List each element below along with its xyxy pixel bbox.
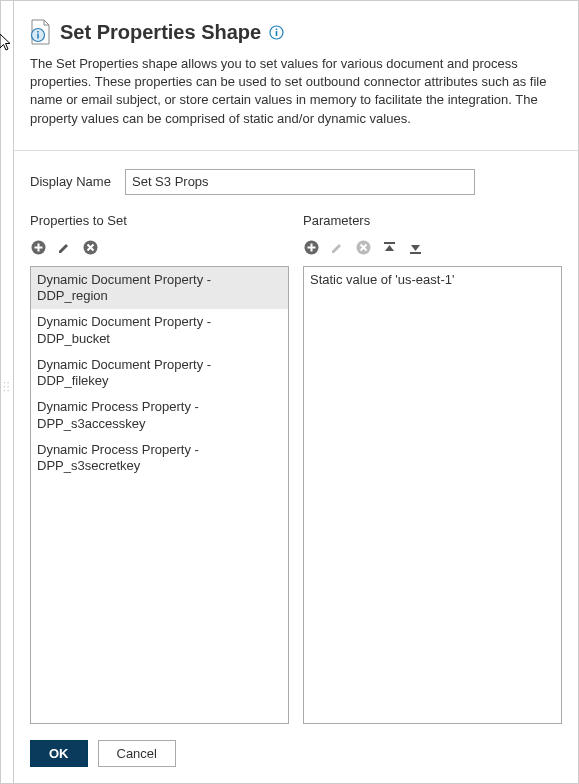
svg-rect-14	[384, 242, 395, 244]
delete-icon	[355, 240, 371, 256]
list-item[interactable]: Dynamic Process Property - DPP_s3accessk…	[31, 394, 288, 437]
add-icon[interactable]	[30, 240, 46, 256]
add-icon[interactable]	[303, 240, 319, 256]
cursor-icon	[0, 33, 13, 56]
svg-rect-12	[307, 247, 315, 249]
svg-rect-2	[37, 34, 39, 39]
properties-toolbar	[30, 238, 289, 258]
svg-rect-1	[37, 31, 39, 33]
dialog-description: The Set Properties shape allows you to s…	[30, 55, 562, 128]
list-item[interactable]: Dynamic Document Property - DDP_filekey	[31, 352, 288, 395]
set-properties-dialog: ······ Set Properties Shape Th	[0, 0, 579, 784]
svg-rect-5	[276, 31, 278, 36]
svg-rect-4	[276, 28, 278, 30]
delete-icon[interactable]	[82, 240, 98, 256]
parameters-heading: Parameters	[303, 213, 562, 228]
list-item[interactable]: Static value of 'us-east-1'	[304, 267, 561, 293]
properties-list[interactable]: Dynamic Document Property - DDP_regionDy…	[30, 266, 289, 724]
parameters-toolbar	[303, 238, 562, 258]
page-info-icon	[30, 19, 52, 45]
cancel-button[interactable]: Cancel	[98, 740, 176, 767]
list-item[interactable]: Dynamic Document Property - DDP_bucket	[31, 309, 288, 352]
drag-handle-icon: ······	[3, 381, 11, 393]
move-top-icon[interactable]	[381, 240, 397, 256]
display-name-label: Display Name	[30, 174, 125, 189]
move-bottom-icon[interactable]	[407, 240, 423, 256]
list-item[interactable]: Dynamic Process Property - DPP_s3secretk…	[31, 437, 288, 480]
edit-icon[interactable]	[56, 240, 72, 256]
svg-rect-15	[410, 252, 421, 254]
info-icon[interactable]	[269, 25, 284, 40]
edit-icon	[329, 240, 345, 256]
ok-button[interactable]: OK	[30, 740, 88, 767]
display-name-input[interactable]	[125, 169, 475, 195]
properties-heading: Properties to Set	[30, 213, 289, 228]
parameters-list[interactable]: Static value of 'us-east-1'	[303, 266, 562, 724]
list-item[interactable]: Dynamic Document Property - DDP_region	[31, 267, 288, 310]
dialog-title: Set Properties Shape	[60, 21, 261, 44]
svg-rect-8	[34, 247, 42, 249]
